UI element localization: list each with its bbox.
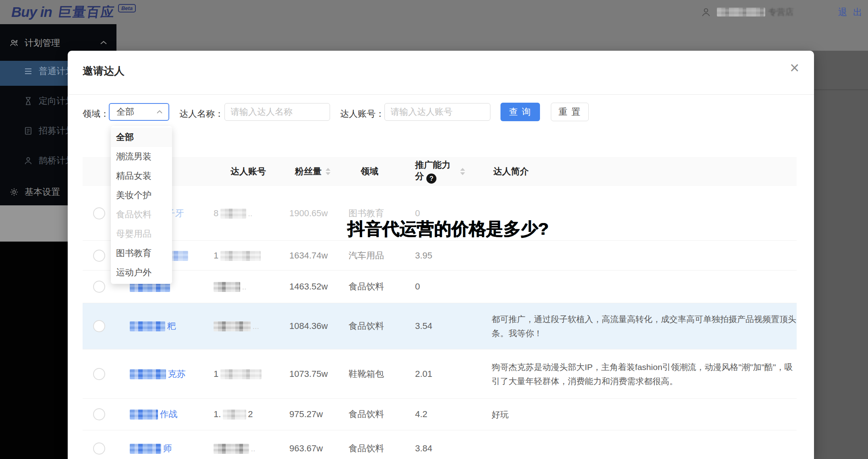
top-header: Buy in 巨量百应 Beta 专营店 退 出 [0,0,868,24]
meme-caption: 抖音代运营的价格是多少? [347,217,548,241]
sidebar-item-label: 计划管理 [25,37,60,49]
sort-icon[interactable] [326,168,330,175]
influencer-name-link[interactable]: 作战 [160,409,177,419]
domain-tag: 汽车用品 [349,250,384,261]
search-button[interactable]: 查 询 [500,103,540,121]
document-icon [23,126,33,136]
radio-button[interactable] [93,442,105,455]
promo-score: 0 [415,281,420,292]
buyin-logo: Buy in 巨量百应 Beta [11,2,136,22]
fans-count: 975.27w [289,409,323,419]
influencer-intro: 好玩 [492,410,509,419]
domain-dropdown-panel: 全部 潮流男装 精品女装 美妆个护 食品饮料 母婴用品 图书教育 运动户外 [111,126,172,284]
modal-header-divider [68,94,814,95]
radio-button[interactable] [93,281,105,293]
dropdown-option-all[interactable]: 全部 [111,128,172,147]
promo-score: 3.95 [415,250,432,261]
table-row: 1 1634.74w 汽车用品 3.95 [83,241,797,271]
list-icon [23,66,33,76]
dropdown-option-baby[interactable]: 母婴用品 [111,224,172,244]
name-redacted [130,409,158,420]
domain-select-value: 全部 [116,106,134,118]
sidebar-item-basic-settings[interactable]: 基本设置 [9,186,60,198]
radio-button[interactable] [93,250,105,262]
logo-text-cn: 巨量百应 [57,3,116,21]
domain-select[interactable]: 全部 [109,103,169,121]
name-redacted [130,369,166,379]
account-redacted [214,321,251,331]
radio-button[interactable] [93,368,105,380]
radio-button[interactable] [93,408,105,420]
sidebar-item-normal-plan[interactable]: 普通计划 [23,65,74,77]
radio-button[interactable] [93,207,105,219]
account-filter-label: 达人账号： [340,108,384,120]
fans-count: 1073.75w [289,369,328,379]
header-fans: 粉丝量 [282,165,343,178]
sidebar-item-targeted-plan[interactable]: 定向计划 [23,95,74,107]
dropdown-option-beauty[interactable]: 美妆个护 [111,186,172,205]
user-name-suffix: 专营店 [768,6,794,18]
user-name-redacted [717,8,765,17]
chevron-up-icon [156,110,163,114]
header-account: 达人账号 [204,165,282,178]
promo-score: 0 [415,208,420,218]
sidebar-item-queqiao-plan[interactable]: 鹊桥计划 [23,155,74,167]
influencer-name-link[interactable]: 粑 [167,321,176,331]
chevron-up-icon[interactable] [100,40,107,45]
fans-count: 1084.36w [289,321,328,331]
account-search-input[interactable] [384,103,490,121]
users-gear-icon [9,38,19,48]
name-filter-label: 达人名称： [179,108,224,120]
header-right: 专营店 退 出 [701,0,864,24]
account-redacted [220,209,246,219]
fans-count: 963.67w [289,443,323,453]
promo-score: 4.2 [415,409,428,419]
header-intro: 达人简介 [480,165,797,178]
domain-tag: 食品饮料 [349,409,384,419]
promo-score: 3.84 [415,443,432,453]
domain-tag: 鞋靴箱包 [349,369,384,379]
sidebar-item-recruit-plan[interactable]: 招募计划 [23,125,74,137]
table-row: 粑 ... 1084.36w 食品饮料 3.54 都可推广，通过段子软植入，高流… [83,303,797,349]
table-row: 克苏 1 1073.75w 鞋靴箱包 2.01 狗哥杰克苏是动漫头部大IP，主角… [83,349,797,399]
domain-tag: 食品饮料 [349,321,384,331]
modal-title: 邀请达人 [83,64,125,78]
account-redacted [220,251,261,261]
fans-count: 1463.52w [289,281,328,292]
backdrop-page-divider [814,89,868,90]
account-redacted [214,444,249,454]
sort-icon[interactable] [460,168,465,175]
influencer-table: 达人账号 粉丝量 领域 推广能力 分 ? 达人简介 [83,157,797,459]
influencer-name-link[interactable]: 师 [163,443,172,453]
gear-icon [9,187,19,197]
account-redacted [220,369,262,379]
logout-link[interactable]: 退 出 [838,6,864,19]
domain-tag: 图书教育 [349,208,384,218]
hourglass-icon [23,96,33,106]
sidebar-item-plan-management[interactable]: 计划管理 [9,37,60,49]
fans-count: 1900.65w [289,208,328,218]
question-icon[interactable]: ? [426,174,436,184]
invite-influencer-modal: 邀请达人 × 领域： 全部 达人名称： 达人账号： 查 询 重 置 达人账号 [68,51,814,459]
dropdown-option-food[interactable]: 食品饮料 [111,205,172,224]
domain-tag: 食品饮料 [349,443,384,453]
promo-score: 3.54 [415,321,432,331]
close-icon[interactable]: × [790,60,799,76]
dropdown-option-mens-fashion[interactable]: 潮流男装 [111,147,172,166]
dropdown-option-books[interactable]: 图书教育 [111,244,172,263]
domain-tag: 食品饮料 [349,281,384,292]
name-redacted [130,444,161,454]
name-search-input[interactable] [224,103,330,121]
influencer-intro: 都可推广，通过段子软植入，高流量高转化，成交率高可单独拍摄产品视频置顶头条。我等… [492,314,796,338]
header-domain: 领域 [343,165,407,178]
app-window: Buy in 巨量百应 Beta 专营店 退 出 计划管理 [0,0,868,459]
influencer-intro: 狗哥杰克苏是动漫头部大IP，主角着装fashion引领潮流，动漫风格"潮"加"酷… [492,362,793,386]
dropdown-option-sports[interactable]: 运动户外 [111,263,172,282]
fans-count: 1634.74w [289,250,328,261]
radio-button[interactable] [93,320,105,332]
table-row: 作战 1. 2 975.27w 食品饮料 4.2 好玩 [83,399,797,430]
dropdown-option-womens-fashion[interactable]: 精品女装 [111,166,172,186]
reset-button[interactable]: 重 置 [551,103,589,121]
influencer-name-link[interactable]: 克苏 [168,369,185,379]
table-row: 师 .. 963.67w 食品饮料 3.84 [83,430,797,459]
